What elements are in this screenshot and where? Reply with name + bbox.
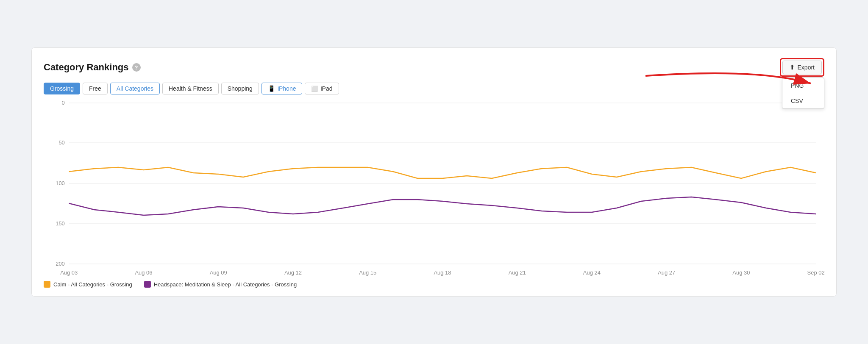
export-dropdown: PNG CSV: [782, 78, 824, 109]
iphone-device-icon: 📱: [268, 85, 275, 92]
svg-text:100: 100: [56, 180, 65, 186]
filters-row: Grossing Free All Categories Health & Fi…: [44, 83, 824, 94]
header-row: Category Rankings ? ⬆ Export PNG CSV: [44, 58, 824, 77]
filter-shopping[interactable]: Shopping: [221, 83, 259, 94]
svg-text:Aug 12: Aug 12: [284, 269, 302, 276]
upload-icon: ⬆: [790, 64, 795, 71]
svg-text:200: 200: [56, 261, 65, 267]
calm-legend-label: Calm - All Categories - Grossing: [53, 281, 132, 288]
svg-text:Aug 21: Aug 21: [509, 269, 526, 276]
headspace-legend-label: Headspace: Meditation & Sleep - All Cate…: [154, 281, 297, 288]
svg-text:Aug 18: Aug 18: [434, 269, 451, 276]
svg-text:Aug 27: Aug 27: [658, 269, 675, 276]
export-png-option[interactable]: PNG: [782, 78, 824, 93]
export-highlight-box: ⬆ Export PNG CSV: [780, 58, 824, 77]
ipad-device-icon: ⬜: [311, 86, 318, 92]
svg-text:150: 150: [56, 220, 65, 227]
chart-container: 0 50 100 150 200 Aug 03 Aug 06 Aug 09 Au…: [44, 99, 824, 277]
svg-text:Aug 09: Aug 09: [210, 269, 227, 276]
svg-text:Sep 02: Sep 02: [807, 269, 824, 276]
legend-item-headspace: Headspace: Meditation & Sleep - All Cate…: [144, 281, 297, 288]
export-button-label: Export: [798, 64, 815, 71]
headspace-line: [69, 197, 816, 215]
legend-item-calm: Calm - All Categories - Grossing: [44, 281, 132, 288]
filter-all-categories[interactable]: All Categories: [110, 83, 160, 94]
svg-text:Aug 06: Aug 06: [135, 269, 152, 276]
export-wrapper: ⬆ Export PNG CSV: [780, 58, 824, 77]
calm-swatch: [44, 281, 50, 288]
filter-ipad[interactable]: ⬜ iPad: [305, 83, 339, 94]
filter-health-fitness[interactable]: Health & Fitness: [162, 83, 219, 94]
svg-text:Aug 15: Aug 15: [359, 269, 376, 276]
svg-text:Aug 24: Aug 24: [583, 269, 601, 276]
main-card: Category Rankings ? ⬆ Export PNG CSV Gro…: [31, 47, 837, 297]
page-title: Category Rankings: [44, 62, 129, 73]
export-csv-option[interactable]: CSV: [782, 93, 824, 108]
calm-line: [69, 167, 816, 178]
svg-text:Aug 03: Aug 03: [60, 269, 78, 276]
filter-ipad-label: iPad: [320, 85, 332, 92]
headspace-swatch: [144, 281, 151, 288]
filter-grossing[interactable]: Grossing: [44, 83, 80, 94]
chart-svg: 0 50 100 150 200 Aug 03 Aug 06 Aug 09 Au…: [44, 99, 824, 277]
help-icon[interactable]: ?: [132, 63, 141, 72]
export-button[interactable]: ⬆ Export: [782, 61, 822, 74]
svg-text:0: 0: [62, 100, 65, 106]
filter-iphone-label: iPhone: [278, 85, 296, 92]
filter-free[interactable]: Free: [83, 83, 108, 94]
filter-iphone[interactable]: 📱 iPhone: [262, 83, 303, 94]
legend: Calm - All Categories - Grossing Headspa…: [44, 281, 824, 288]
svg-text:Aug 30: Aug 30: [732, 269, 750, 276]
title-area: Category Rankings ?: [44, 62, 141, 73]
svg-text:50: 50: [58, 139, 64, 146]
